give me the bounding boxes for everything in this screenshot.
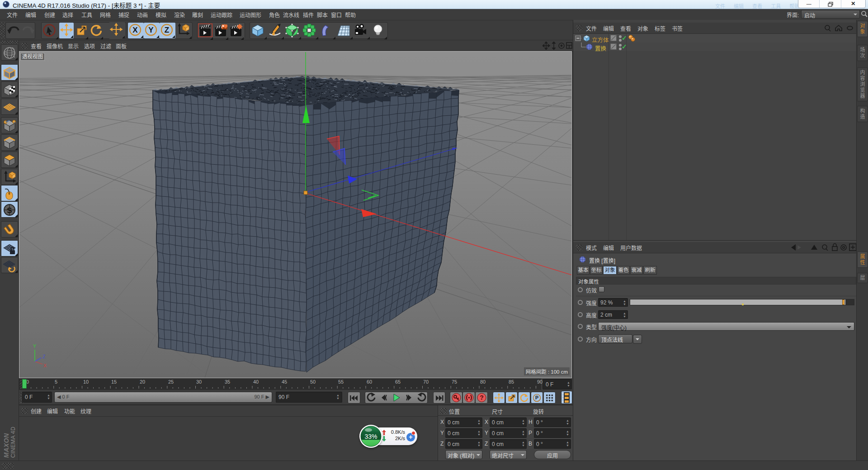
- svg-text:P: P: [535, 395, 538, 400]
- svg-text:Y: Y: [33, 343, 37, 349]
- svg-text:X: X: [132, 26, 138, 34]
- svg-text:S: S: [7, 206, 12, 215]
- svg-text:Y: Y: [148, 26, 154, 34]
- svg-text:X: X: [43, 363, 47, 368]
- svg-text:?: ?: [480, 394, 484, 401]
- svg-text:Z: Z: [165, 26, 169, 34]
- svg-text:33%: 33%: [364, 433, 377, 440]
- svg-text:Z: Z: [42, 354, 46, 359]
